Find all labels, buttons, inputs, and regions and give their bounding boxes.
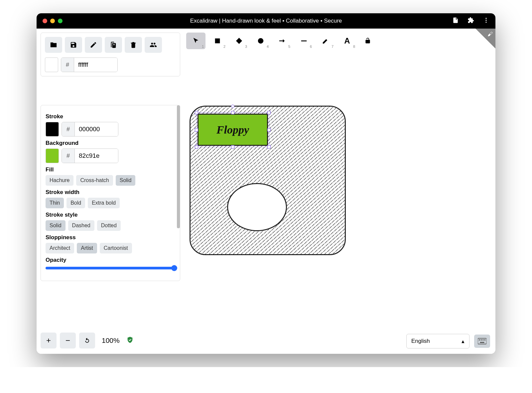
chevron-up-icon: ▴ <box>462 338 465 345</box>
tool-diamond[interactable]: 3 <box>229 33 249 49</box>
stroke-style-dotted[interactable]: Dotted <box>97 220 121 231</box>
file-panel: # <box>41 33 180 76</box>
more-vertical-icon[interactable] <box>483 17 489 25</box>
svg-point-1 <box>485 20 486 21</box>
canvas-bg-swatch[interactable] <box>45 57 58 72</box>
resize-handle-e[interactable] <box>267 128 271 132</box>
tool-arrow[interactable]: 5 <box>273 33 292 49</box>
resize-handle-n[interactable] <box>231 111 234 114</box>
canvas-bg-row: # <box>45 57 176 72</box>
zoom-percentage[interactable]: 100% <box>98 337 123 344</box>
svg-point-2 <box>485 22 486 23</box>
background-swatch[interactable] <box>46 148 59 163</box>
resize-handle-w[interactable] <box>195 128 198 132</box>
stroke-swatch[interactable] <box>46 122 59 137</box>
minimize-window-button[interactable] <box>50 19 55 23</box>
tool-ellipse[interactable]: 4 <box>251 33 270 49</box>
canvas-bg-input[interactable] <box>74 58 117 72</box>
keyboard-shortcuts-button[interactable] <box>474 335 490 348</box>
svg-rect-7 <box>481 340 482 341</box>
tool-number: 6 <box>310 45 312 49</box>
stroke-width-extra-bold[interactable]: Extra bold <box>88 198 120 208</box>
tool-selection[interactable]: 1 <box>186 33 205 49</box>
svg-rect-5 <box>478 338 486 344</box>
app-body: # Stroke # Background # <box>37 29 495 354</box>
background-row: # <box>46 148 175 163</box>
fill-options: Hachure Cross-hatch Solid <box>46 175 175 186</box>
export-button[interactable] <box>105 37 122 53</box>
selected-label[interactable]: Floppy <box>198 114 268 146</box>
tool-number: 5 <box>288 45 290 49</box>
hash-label: # <box>61 58 74 72</box>
stroke-style-dashed[interactable]: Dashed <box>68 220 94 231</box>
stroke-style-options: Solid Dashed Dotted <box>46 220 175 231</box>
save-button[interactable] <box>65 37 82 53</box>
panel-scrollbar[interactable] <box>177 105 180 228</box>
opacity-thumb[interactable] <box>171 265 177 271</box>
bottom-right-controls: English ▴ <box>406 334 490 348</box>
opacity-slider[interactable] <box>46 267 175 269</box>
tool-draw[interactable]: 7 <box>316 33 335 49</box>
properties-panel: Stroke # Background # Fill Hachure Cros <box>41 105 180 281</box>
resize-handle-ne[interactable] <box>267 111 271 114</box>
resize-handle-sw[interactable] <box>195 145 198 148</box>
sloppiness-architect[interactable]: Architect <box>46 243 74 253</box>
rotate-handle[interactable] <box>231 105 234 108</box>
svg-rect-6 <box>479 340 480 341</box>
close-window-button[interactable] <box>43 19 47 23</box>
zoom-controls: 100% <box>41 333 134 348</box>
trash-button[interactable] <box>125 37 142 53</box>
tool-rectangle[interactable]: 2 <box>208 33 227 49</box>
maximize-window-button[interactable] <box>58 19 63 23</box>
extension-icon[interactable] <box>467 17 474 25</box>
collaborators-button[interactable] <box>145 37 162 53</box>
stroke-hexwrap: # <box>62 122 118 137</box>
language-select[interactable]: English ▴ <box>406 334 469 348</box>
zoom-out-button[interactable] <box>60 333 76 348</box>
stroke-hex-input[interactable] <box>75 122 118 136</box>
app-window: Excalidraw | Hand-drawn look & feel • Co… <box>37 13 495 354</box>
stroke-width-label: Stroke width <box>46 189 175 196</box>
fill-option-cross-hatch[interactable]: Cross-hatch <box>76 175 113 186</box>
fill-option-solid[interactable]: Solid <box>116 175 136 186</box>
zoom-reset-button[interactable] <box>79 333 95 348</box>
svg-point-4 <box>258 38 264 44</box>
edit-button[interactable] <box>85 37 102 53</box>
open-button[interactable] <box>45 37 62 53</box>
sloppiness-cartoonist[interactable]: Cartoonist <box>100 243 132 253</box>
stroke-style-label: Stroke style <box>46 212 175 218</box>
document-icon[interactable] <box>452 17 459 25</box>
window-title: Excalidraw | Hand-drawn look & feel • Co… <box>190 18 342 24</box>
hash-label: # <box>62 149 75 163</box>
stroke-width-bold[interactable]: Bold <box>66 198 85 208</box>
file-operations <box>45 37 176 53</box>
canvas-content[interactable]: Floppy <box>190 106 346 258</box>
svg-rect-3 <box>215 39 220 44</box>
stroke-row: # <box>46 122 175 137</box>
background-hex-input[interactable] <box>75 149 118 163</box>
stroke-width-options: Thin Bold Extra bold <box>46 198 175 208</box>
tool-line[interactable]: 6 <box>294 33 314 49</box>
titlebar-right-icons <box>452 17 489 25</box>
lock-toggle[interactable] <box>361 33 374 49</box>
sloppiness-label: Sloppiness <box>46 234 175 241</box>
stroke-style-solid[interactable]: Solid <box>46 220 66 231</box>
tool-number: 8 <box>353 45 355 49</box>
tool-number: 1 <box>202 45 204 49</box>
fill-label: Fill <box>46 166 175 173</box>
selection-bounds[interactable]: Floppy <box>196 112 269 147</box>
fill-option-hachure[interactable]: Hachure <box>46 175 73 186</box>
hash-label: # <box>62 122 75 136</box>
canvas-bg-hexwrap: # <box>61 57 118 72</box>
resize-handle-nw[interactable] <box>195 111 198 114</box>
tool-number: 3 <box>245 45 247 49</box>
stroke-width-thin[interactable]: Thin <box>46 198 64 208</box>
svg-rect-8 <box>482 340 483 341</box>
tool-text[interactable]: A 8 <box>337 33 357 49</box>
sloppiness-artist[interactable]: Artist <box>77 243 97 253</box>
opacity-label: Opacity <box>46 257 175 263</box>
resize-handle-se[interactable] <box>267 145 271 148</box>
zoom-in-button[interactable] <box>41 333 57 348</box>
github-corner[interactable] <box>475 29 495 49</box>
resize-handle-s[interactable] <box>231 145 234 148</box>
